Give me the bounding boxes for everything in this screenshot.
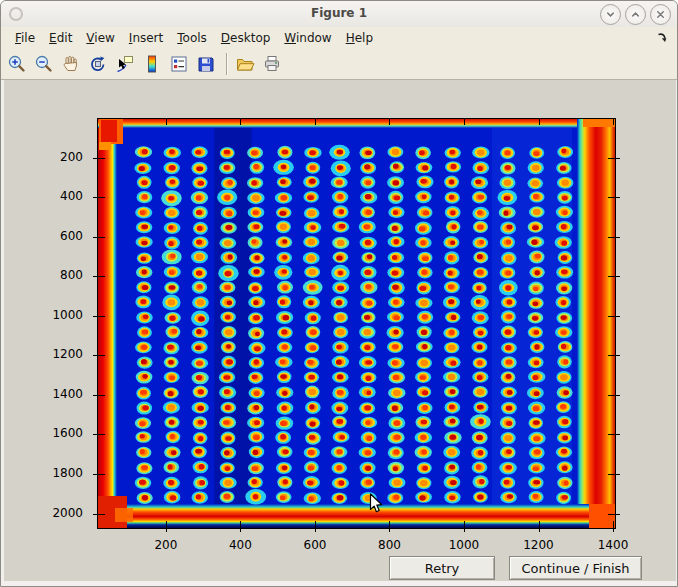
colorbar-icon: [142, 54, 162, 74]
insert-colorbar-button[interactable]: [140, 51, 164, 77]
chevron-up-icon: [630, 9, 641, 20]
close-button[interactable]: [650, 4, 671, 25]
dock-figure-icon[interactable]: [656, 31, 669, 47]
data-cursor-icon: [115, 54, 135, 74]
zoom-out-button[interactable]: [32, 51, 56, 77]
menu-item-desktop[interactable]: Desktop: [221, 31, 271, 45]
continue-finish-button[interactable]: Continue / Finish: [509, 556, 642, 580]
x-tick-label: 1200: [511, 538, 567, 552]
zoom-in-icon: [7, 54, 27, 74]
titlebar[interactable]: Figure 1: [1, 1, 677, 28]
y-tick-label: 1200: [27, 347, 83, 361]
figure-window: Figure 1 FileEditViewInsertToolsDesktopW…: [0, 0, 678, 587]
insert-legend-button[interactable]: [167, 51, 191, 77]
menubar: FileEditViewInsertToolsDesktopWindowHelp: [1, 27, 677, 49]
menu-item-window[interactable]: Window: [284, 31, 331, 45]
y-tick-label: 200: [27, 150, 83, 164]
retry-button[interactable]: Retry: [389, 556, 495, 580]
toolbar: [1, 49, 677, 80]
menu-item-insert[interactable]: Insert: [129, 31, 163, 45]
plot-image[interactable]: [89, 112, 625, 536]
x-tick-label: 1000: [436, 538, 492, 552]
print-button[interactable]: [260, 51, 284, 77]
x-tick-label: 600: [287, 538, 343, 552]
window-title: Figure 1: [1, 6, 677, 20]
menu-item-tools[interactable]: Tools: [177, 31, 207, 45]
x-tick-label: 400: [212, 538, 268, 552]
save-icon: [196, 54, 216, 74]
menu-item-edit[interactable]: Edit: [49, 31, 72, 45]
window-left-border: [1, 80, 4, 587]
zoom-out-icon: [34, 54, 54, 74]
pan-hand-icon: [61, 54, 81, 74]
menu-item-help[interactable]: Help: [346, 31, 373, 45]
chevron-down-icon: [605, 9, 616, 20]
maximize-button[interactable]: [625, 4, 646, 25]
x-tick-label: 1400: [585, 538, 641, 552]
y-tick-label: 2000: [27, 506, 83, 520]
toolbar-separator: [226, 53, 228, 75]
rotate-3d-icon: [88, 54, 108, 74]
x-tick-label: 200: [138, 538, 194, 552]
minimize-button[interactable]: [600, 4, 621, 25]
open-folder-icon: [235, 54, 255, 74]
close-icon: [655, 9, 666, 20]
zoom-in-button[interactable]: [5, 51, 29, 77]
menu-item-view[interactable]: View: [86, 31, 114, 45]
printer-icon: [262, 54, 282, 74]
data-cursor-button[interactable]: [113, 51, 137, 77]
save-figure-button[interactable]: [194, 51, 218, 77]
y-tick-label: 1400: [27, 387, 83, 401]
y-tick-label: 600: [27, 229, 83, 243]
pan-button[interactable]: [59, 51, 83, 77]
x-tick-label: 800: [361, 538, 417, 552]
rotate-3d-button[interactable]: [86, 51, 110, 77]
window-bottom-border: [1, 581, 678, 587]
y-tick-label: 1800: [27, 466, 83, 480]
y-tick-label: 400: [27, 189, 83, 203]
y-tick-label: 1600: [27, 426, 83, 440]
window-controls: [600, 4, 671, 25]
y-tick-label: 1000: [27, 308, 83, 322]
y-tick-label: 800: [27, 268, 83, 282]
open-file-button[interactable]: [233, 51, 257, 77]
menu-item-file[interactable]: File: [15, 31, 35, 45]
figure-canvas-area: Retry Continue / Finish 2004006008001000…: [1, 80, 678, 581]
legend-icon: [169, 54, 189, 74]
